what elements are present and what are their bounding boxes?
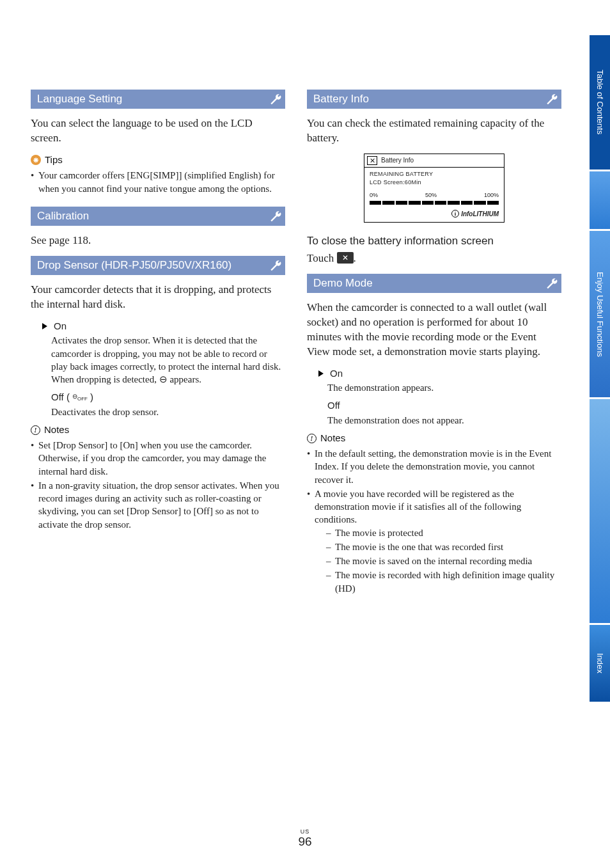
notes-item: Set [Drop Sensor] to [On] when you use t…	[31, 439, 285, 478]
condition-item: The movie is recorded with high definiti…	[326, 569, 561, 595]
battery-scale: 0% 50% 100%	[370, 191, 499, 199]
off-label: Off (	[51, 391, 70, 404]
demo-notes-item: In the default setting, the demonstratio…	[307, 447, 561, 486]
touch-pre: Touch	[307, 252, 337, 264]
notes-list: Set [Drop Sensor] to [On] when you use t…	[31, 439, 285, 531]
wrench-icon	[269, 259, 281, 272]
header-text: Calibration	[37, 210, 89, 222]
scale-100: 100%	[484, 191, 499, 199]
off-desc: Deactivates the drop sensor.	[51, 406, 285, 418]
brand-text: InfoLITHIUM	[461, 210, 499, 219]
close-battery-heading: To close the battery information screen	[307, 234, 561, 249]
battery-screen-body: REMAINING BATTERY LCD Screen:60Min 0% 50…	[364, 168, 504, 222]
drop-body: Your camcorder detects that it is droppi…	[31, 283, 285, 312]
notes-icon: !	[31, 425, 40, 435]
demo-off-label: Off	[327, 399, 340, 412]
battery-brand: i InfoLITHIUM	[370, 210, 499, 219]
demo-notes-heading: ! Notes	[307, 432, 561, 445]
wrench-icon	[545, 93, 558, 106]
wrench-icon	[545, 277, 558, 290]
battery-bar	[370, 201, 499, 205]
wrench-icon	[269, 93, 281, 106]
tab-table-of-contents[interactable]: Table of Contents	[590, 35, 610, 170]
tips-list: Your camcorder offers [ENG[SIMP]] (simpl…	[31, 169, 285, 195]
on-desc-tail: appears.	[168, 374, 201, 384]
header-battery-info: Battery Info	[307, 90, 561, 109]
header-calibration: Calibration	[31, 207, 285, 226]
header-drop-sensor: Drop Sensor (HDR-PJ50/PJ50V/XR160)	[31, 256, 285, 275]
demo-notes-item: A movie you have recorded will be regist…	[307, 487, 561, 595]
tab-index[interactable]: Index	[590, 625, 610, 702]
conditions-list: The movie is protected The movie is the …	[326, 526, 561, 595]
demo-notes-list: In the default setting, the demonstratio…	[307, 447, 561, 595]
demo-note-2-text: A movie you have recorded will be regist…	[315, 489, 521, 525]
demo-notes-label: Notes	[320, 432, 345, 445]
demo-option-on: On	[318, 367, 561, 380]
condition-item: The movie is protected	[326, 526, 561, 539]
demo-body: When the camcorder is connected to a wal…	[307, 301, 561, 359]
on-label: On	[54, 320, 66, 333]
battery-body: You can check the estimated remaining ca…	[307, 116, 561, 146]
header-text: Language Setting	[37, 93, 122, 105]
triangle-icon	[318, 370, 324, 377]
scale-50: 50%	[425, 191, 437, 199]
page-content: Language Setting You can select the lang…	[31, 90, 561, 596]
notes-heading: ! Notes	[31, 423, 285, 436]
drop-off-icon: ⊖OFF	[72, 392, 88, 403]
battery-close-button[interactable]: ✕	[367, 156, 377, 165]
on-desc: Activates the drop sensor. When it is de…	[51, 334, 285, 386]
tips-item: Your camcorder offers [ENG[SIMP]] (simpl…	[31, 169, 285, 195]
option-off: Off (⊖OFF)	[51, 391, 285, 404]
close-battery-body: Touch ✕.	[307, 251, 561, 266]
notes-icon: !	[307, 434, 317, 443]
right-column: Battery Info You can check the estimated…	[307, 90, 561, 596]
remaining-label: REMAINING BATTERY	[370, 170, 499, 178]
language-body: You can select the language to be used o…	[31, 116, 285, 146]
demo-off-desc: The demonstration does not appear.	[327, 414, 561, 427]
notes-item: In a non-gravity situation, the drop sen…	[31, 479, 285, 531]
tips-label: Tips	[45, 154, 63, 166]
info-icon: i	[451, 210, 459, 217]
header-text: Drop Sensor (HDR-PJ50/PJ50V/XR160)	[37, 259, 231, 271]
demo-option-off: Off	[327, 399, 561, 412]
lcd-label: LCD Screen:60Min	[370, 178, 499, 186]
header-text: Demo Mode	[313, 277, 373, 289]
tab-spacer	[590, 399, 610, 623]
scale-0: 0%	[370, 191, 378, 199]
triangle-icon	[42, 323, 47, 329]
touch-post: .	[354, 252, 356, 264]
demo-on-desc: The demonstration appears.	[327, 381, 561, 394]
left-column: Language Setting You can select the lang…	[31, 90, 285, 596]
tab-spacer	[590, 171, 610, 229]
tab-enjoy-useful-functions[interactable]: Enjoy Useful Functions	[590, 231, 610, 397]
close-icon-chip[interactable]: ✕	[337, 252, 354, 264]
demo-on-label: On	[330, 367, 343, 380]
page-footer: US 96	[0, 828, 610, 849]
drop-detect-icon: ⊖	[159, 374, 168, 384]
header-text: Battery Info	[313, 93, 369, 105]
calibration-body: See page 118.	[31, 233, 285, 248]
wrench-icon	[269, 210, 281, 223]
tips-heading: ❋ Tips	[31, 154, 285, 166]
option-on: On	[42, 320, 285, 333]
footer-region: US	[0, 828, 610, 835]
battery-info-screen: ✕ Battery Info REMAINING BATTERY LCD Scr…	[364, 154, 504, 223]
side-nav: Table of Contents Enjoy Useful Functions…	[590, 35, 610, 704]
footer-page: 96	[0, 835, 610, 849]
condition-item: The movie is saved on the internal recor…	[326, 555, 561, 567]
header-language-setting: Language Setting	[31, 90, 285, 109]
off-suffix: )	[90, 391, 93, 404]
header-demo-mode: Demo Mode	[307, 274, 561, 293]
tips-icon: ❋	[31, 155, 41, 165]
condition-item: The movie is the one that was recorded f…	[326, 541, 561, 553]
notes-label: Notes	[44, 423, 69, 436]
battery-screen-title: Battery Info	[381, 156, 414, 165]
battery-screen-titlebar: ✕ Battery Info	[364, 154, 504, 167]
